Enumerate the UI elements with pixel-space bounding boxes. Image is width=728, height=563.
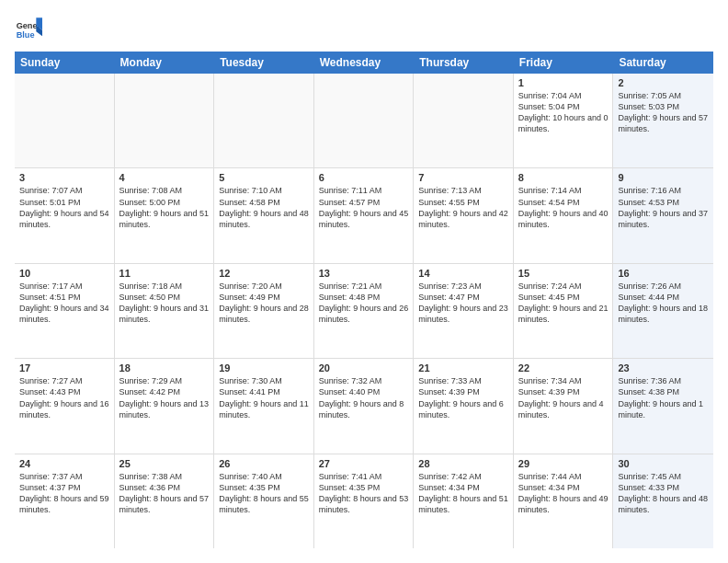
- calendar-row-1: 3Sunrise: 7:07 AM Sunset: 5:01 PM Daylig…: [15, 168, 713, 263]
- day-info: Sunrise: 7:05 AM Sunset: 5:03 PM Dayligh…: [618, 90, 709, 135]
- day-cell-12: 12Sunrise: 7:20 AM Sunset: 4:49 PM Dayli…: [214, 264, 314, 358]
- weekday-header-thursday: Thursday: [414, 52, 514, 74]
- day-cell-24: 24Sunrise: 7:37 AM Sunset: 4:37 PM Dayli…: [15, 454, 115, 548]
- day-number: 21: [418, 362, 508, 373]
- logo: General Blue: [15, 15, 42, 42]
- day-cell-11: 11Sunrise: 7:18 AM Sunset: 4:50 PM Dayli…: [115, 264, 215, 358]
- day-info: Sunrise: 7:20 AM Sunset: 4:49 PM Dayligh…: [219, 281, 309, 326]
- day-info: Sunrise: 7:40 AM Sunset: 4:35 PM Dayligh…: [219, 471, 309, 516]
- day-cell-16: 16Sunrise: 7:26 AM Sunset: 4:44 PM Dayli…: [613, 264, 713, 358]
- day-number: 9: [618, 172, 709, 183]
- day-number: 18: [119, 362, 210, 373]
- day-number: 4: [119, 172, 210, 183]
- day-info: Sunrise: 7:18 AM Sunset: 4:50 PM Dayligh…: [119, 281, 210, 326]
- day-cell-6: 6Sunrise: 7:11 AM Sunset: 4:57 PM Daylig…: [314, 168, 415, 262]
- day-number: 3: [19, 172, 109, 183]
- weekday-header-friday: Friday: [514, 52, 614, 74]
- day-number: 27: [319, 458, 409, 469]
- empty-cell: [115, 74, 215, 167]
- day-number: 6: [319, 172, 409, 183]
- day-cell-15: 15Sunrise: 7:24 AM Sunset: 4:45 PM Dayli…: [514, 264, 614, 358]
- day-info: Sunrise: 7:13 AM Sunset: 4:55 PM Dayligh…: [418, 185, 508, 230]
- day-cell-22: 22Sunrise: 7:34 AM Sunset: 4:39 PM Dayli…: [514, 359, 614, 453]
- day-cell-3: 3Sunrise: 7:07 AM Sunset: 5:01 PM Daylig…: [15, 168, 115, 262]
- day-number: 1: [518, 77, 609, 88]
- day-cell-7: 7Sunrise: 7:13 AM Sunset: 4:55 PM Daylig…: [414, 168, 514, 262]
- day-info: Sunrise: 7:10 AM Sunset: 4:58 PM Dayligh…: [219, 185, 309, 230]
- day-cell-26: 26Sunrise: 7:40 AM Sunset: 4:35 PM Dayli…: [214, 454, 314, 548]
- day-number: 12: [219, 268, 309, 279]
- day-number: 25: [119, 458, 210, 469]
- day-info: Sunrise: 7:42 AM Sunset: 4:34 PM Dayligh…: [418, 471, 508, 516]
- day-number: 5: [219, 172, 309, 183]
- calendar-row-0: 1Sunrise: 7:04 AM Sunset: 5:04 PM Daylig…: [15, 74, 713, 168]
- day-info: Sunrise: 7:24 AM Sunset: 4:45 PM Dayligh…: [518, 281, 609, 326]
- day-cell-18: 18Sunrise: 7:29 AM Sunset: 4:42 PM Dayli…: [115, 359, 215, 453]
- day-number: 26: [219, 458, 309, 469]
- day-cell-21: 21Sunrise: 7:33 AM Sunset: 4:39 PM Dayli…: [414, 359, 514, 453]
- day-info: Sunrise: 7:33 AM Sunset: 4:39 PM Dayligh…: [418, 375, 508, 420]
- day-number: 15: [518, 268, 609, 279]
- day-info: Sunrise: 7:37 AM Sunset: 4:37 PM Dayligh…: [19, 471, 109, 516]
- weekday-header-wednesday: Wednesday: [314, 52, 415, 74]
- day-info: Sunrise: 7:08 AM Sunset: 5:00 PM Dayligh…: [119, 185, 210, 230]
- day-number: 10: [19, 268, 109, 279]
- day-number: 17: [19, 362, 109, 373]
- day-info: Sunrise: 7:44 AM Sunset: 4:34 PM Dayligh…: [518, 471, 609, 516]
- day-info: Sunrise: 7:26 AM Sunset: 4:44 PM Dayligh…: [618, 281, 709, 326]
- calendar-body: 1Sunrise: 7:04 AM Sunset: 5:04 PM Daylig…: [15, 74, 713, 548]
- day-cell-20: 20Sunrise: 7:32 AM Sunset: 4:40 PM Dayli…: [314, 359, 415, 453]
- empty-cell: [314, 74, 415, 167]
- day-info: Sunrise: 7:14 AM Sunset: 4:54 PM Dayligh…: [518, 185, 609, 230]
- day-number: 28: [418, 458, 508, 469]
- day-cell-9: 9Sunrise: 7:16 AM Sunset: 4:53 PM Daylig…: [613, 168, 713, 262]
- day-info: Sunrise: 7:27 AM Sunset: 4:43 PM Dayligh…: [19, 375, 109, 420]
- day-number: 24: [19, 458, 109, 469]
- day-cell-13: 13Sunrise: 7:21 AM Sunset: 4:48 PM Dayli…: [314, 264, 415, 358]
- weekday-header-tuesday: Tuesday: [214, 52, 314, 74]
- day-info: Sunrise: 7:36 AM Sunset: 4:38 PM Dayligh…: [618, 375, 709, 420]
- day-cell-2: 2Sunrise: 7:05 AM Sunset: 5:03 PM Daylig…: [613, 74, 713, 167]
- calendar-header: SundayMondayTuesdayWednesdayThursdayFrid…: [15, 52, 713, 74]
- day-cell-30: 30Sunrise: 7:45 AM Sunset: 4:33 PM Dayli…: [613, 454, 713, 548]
- day-number: 11: [119, 268, 210, 279]
- day-cell-28: 28Sunrise: 7:42 AM Sunset: 4:34 PM Dayli…: [414, 454, 514, 548]
- day-cell-8: 8Sunrise: 7:14 AM Sunset: 4:54 PM Daylig…: [514, 168, 614, 262]
- day-info: Sunrise: 7:29 AM Sunset: 4:42 PM Dayligh…: [119, 375, 210, 420]
- day-cell-23: 23Sunrise: 7:36 AM Sunset: 4:38 PM Dayli…: [613, 359, 713, 453]
- day-cell-4: 4Sunrise: 7:08 AM Sunset: 5:00 PM Daylig…: [115, 168, 215, 262]
- day-cell-29: 29Sunrise: 7:44 AM Sunset: 4:34 PM Dayli…: [514, 454, 614, 548]
- day-info: Sunrise: 7:38 AM Sunset: 4:36 PM Dayligh…: [119, 471, 210, 516]
- day-cell-25: 25Sunrise: 7:38 AM Sunset: 4:36 PM Dayli…: [115, 454, 215, 548]
- day-info: Sunrise: 7:21 AM Sunset: 4:48 PM Dayligh…: [319, 281, 409, 326]
- empty-cell: [414, 74, 514, 167]
- day-number: 23: [618, 362, 709, 373]
- day-info: Sunrise: 7:04 AM Sunset: 5:04 PM Dayligh…: [518, 90, 609, 135]
- calendar-row-4: 24Sunrise: 7:37 AM Sunset: 4:37 PM Dayli…: [15, 454, 713, 548]
- day-info: Sunrise: 7:17 AM Sunset: 4:51 PM Dayligh…: [19, 281, 109, 326]
- day-number: 29: [518, 458, 609, 469]
- weekday-header-monday: Monday: [115, 52, 215, 74]
- day-number: 19: [219, 362, 309, 373]
- day-info: Sunrise: 7:07 AM Sunset: 5:01 PM Dayligh…: [19, 185, 109, 230]
- day-cell-27: 27Sunrise: 7:41 AM Sunset: 4:35 PM Dayli…: [314, 454, 415, 548]
- weekday-header-sunday: Sunday: [15, 52, 115, 74]
- day-number: 8: [518, 172, 609, 183]
- day-info: Sunrise: 7:34 AM Sunset: 4:39 PM Dayligh…: [518, 375, 609, 420]
- day-cell-10: 10Sunrise: 7:17 AM Sunset: 4:51 PM Dayli…: [15, 264, 115, 358]
- day-info: Sunrise: 7:45 AM Sunset: 4:33 PM Dayligh…: [618, 471, 709, 516]
- day-number: 22: [518, 362, 609, 373]
- day-cell-19: 19Sunrise: 7:30 AM Sunset: 4:41 PM Dayli…: [214, 359, 314, 453]
- day-info: Sunrise: 7:16 AM Sunset: 4:53 PM Dayligh…: [618, 185, 709, 230]
- day-cell-14: 14Sunrise: 7:23 AM Sunset: 4:47 PM Dayli…: [414, 264, 514, 358]
- calendar: SundayMondayTuesdayWednesdayThursdayFrid…: [15, 52, 713, 548]
- calendar-row-3: 17Sunrise: 7:27 AM Sunset: 4:43 PM Dayli…: [15, 359, 713, 454]
- calendar-row-2: 10Sunrise: 7:17 AM Sunset: 4:51 PM Dayli…: [15, 264, 713, 359]
- svg-text:Blue: Blue: [17, 30, 35, 40]
- weekday-header-saturday: Saturday: [613, 52, 713, 74]
- day-number: 7: [418, 172, 508, 183]
- day-info: Sunrise: 7:32 AM Sunset: 4:40 PM Dayligh…: [319, 375, 409, 420]
- day-number: 30: [618, 458, 709, 469]
- day-info: Sunrise: 7:23 AM Sunset: 4:47 PM Dayligh…: [418, 281, 508, 326]
- day-number: 20: [319, 362, 409, 373]
